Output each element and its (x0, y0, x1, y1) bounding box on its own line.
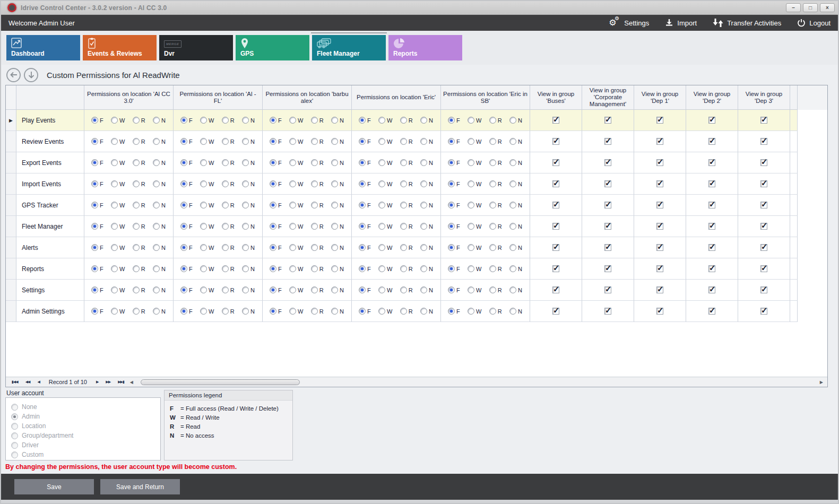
permission-radio-f[interactable]: F (448, 308, 460, 315)
permission-radio-w[interactable]: W (378, 265, 392, 272)
permission-radio-f[interactable]: F (270, 180, 282, 187)
permission-radio-n[interactable]: N (509, 138, 522, 145)
account-option-none[interactable]: None (11, 402, 160, 412)
account-option-admin[interactable]: Admin (11, 412, 160, 421)
permission-radio-w[interactable]: W (200, 138, 214, 145)
permission-radio-w[interactable]: W (378, 223, 392, 230)
back-button[interactable] (6, 68, 21, 82)
group-checkbox[interactable] (552, 180, 559, 187)
group-checkbox[interactable] (708, 308, 715, 315)
table-row[interactable]: Fleet ManagerFWRNFWRNFWRNFWRNFWRN (6, 216, 827, 237)
permission-radio-f[interactable]: F (448, 180, 460, 187)
permission-radio-w[interactable]: W (378, 159, 392, 166)
group-checkbox[interactable] (552, 244, 559, 251)
permission-radio-w[interactable]: W (468, 308, 481, 315)
permission-radio-n[interactable]: N (153, 117, 166, 124)
table-row[interactable]: SettingsFWRNFWRNFWRNFWRNFWRN (6, 280, 827, 301)
settings-button[interactable]: ⚙⚙ Settings (609, 18, 649, 28)
group-checkbox[interactable] (552, 223, 559, 230)
table-row[interactable]: Export EventsFWRNFWRNFWRNFWRNFWRN (6, 152, 827, 173)
logout-button[interactable]: Logout (797, 19, 831, 27)
permission-radio-w[interactable]: W (468, 244, 481, 251)
group-checkbox[interactable] (708, 180, 715, 187)
permission-radio-f[interactable]: F (448, 202, 460, 208)
permission-radio-r[interactable]: R (133, 244, 145, 251)
permission-radio-w[interactable]: W (289, 159, 303, 166)
group-checkbox[interactable] (552, 265, 559, 272)
permission-radio-w[interactable]: W (200, 265, 214, 272)
permission-radio-f[interactable]: F (270, 117, 282, 124)
permission-radio-n[interactable]: N (420, 159, 433, 166)
group-checkbox[interactable] (604, 202, 611, 208)
group-column-header[interactable]: View in group 'Dep 2' (686, 85, 738, 110)
permission-radio-f[interactable]: F (91, 180, 103, 187)
expand-down-button[interactable] (24, 68, 38, 82)
permission-radio-n[interactable]: N (331, 202, 344, 208)
permission-radio-f[interactable]: F (91, 308, 103, 315)
save-button[interactable]: Save (14, 479, 94, 494)
permission-radio-f[interactable]: F (180, 265, 193, 272)
table-row[interactable]: Admin SettingsFWRNFWRNFWRNFWRNFWRN (6, 301, 827, 322)
permission-radio-r[interactable]: R (400, 244, 413, 251)
group-checkbox[interactable] (656, 244, 663, 251)
permission-radio-r[interactable]: R (400, 180, 413, 187)
permission-radio-f[interactable]: F (359, 159, 371, 166)
permission-radio-w[interactable]: W (468, 159, 481, 166)
group-checkbox[interactable] (604, 138, 611, 145)
permission-radio-r[interactable]: R (222, 180, 235, 187)
permission-radio-r[interactable]: R (311, 308, 324, 315)
group-checkbox[interactable] (760, 286, 767, 293)
permission-radio-n[interactable]: N (420, 308, 433, 315)
permission-radio-n[interactable]: N (242, 159, 255, 166)
account-option-group-department[interactable]: Group/department (11, 431, 160, 440)
permission-radio-w[interactable]: W (200, 244, 214, 251)
permission-radio-w[interactable]: W (378, 244, 392, 251)
permission-radio-n[interactable]: N (153, 286, 166, 293)
permission-radio-w[interactable]: W (468, 265, 481, 272)
permission-radio-r[interactable]: R (133, 265, 145, 272)
permission-radio-r[interactable]: R (222, 138, 235, 145)
permission-radio-n[interactable]: N (331, 265, 344, 272)
permission-radio-n[interactable]: N (509, 244, 522, 251)
permission-radio-f[interactable]: F (270, 223, 282, 230)
permission-radio-w[interactable]: W (200, 180, 214, 187)
permission-radio-w[interactable]: W (289, 244, 303, 251)
group-checkbox[interactable] (708, 138, 715, 145)
permission-radio-f[interactable]: F (180, 159, 193, 166)
permission-radio-f[interactable]: F (270, 159, 282, 166)
permission-radio-w[interactable]: W (468, 180, 481, 187)
group-checkbox[interactable] (656, 159, 663, 166)
permission-radio-r[interactable]: R (222, 223, 235, 230)
permission-radio-n[interactable]: N (331, 180, 344, 187)
scroll-left-arrow[interactable]: ◀ (128, 380, 135, 385)
permission-radio-w[interactable]: W (111, 180, 125, 187)
permission-radio-n[interactable]: N (420, 286, 433, 293)
prev-record-button[interactable]: ◀ (33, 380, 43, 384)
permission-radio-n[interactable]: N (331, 286, 344, 293)
group-checkbox[interactable] (604, 180, 611, 187)
group-column-header[interactable]: View in group 'Corporate Management' (582, 85, 634, 110)
permission-radio-r[interactable]: R (400, 117, 413, 124)
location-column-header[interactable]: Permissions on location 'Eric' (352, 85, 441, 110)
group-checkbox[interactable] (656, 138, 663, 145)
last-record-button[interactable]: ▶▶▮ (114, 380, 128, 384)
permission-radio-r[interactable]: R (489, 159, 502, 166)
permission-radio-w[interactable]: W (289, 180, 303, 187)
location-column-header[interactable]: Permissions on location 'barbu alex' (263, 85, 352, 110)
permission-radio-r[interactable]: R (489, 308, 502, 315)
horizontal-scrollbar-thumb[interactable] (141, 379, 300, 385)
group-checkbox[interactable] (552, 286, 559, 293)
permission-radio-r[interactable]: R (222, 286, 235, 293)
tab-reports[interactable]: Reports (388, 35, 462, 60)
permission-radio-w[interactable]: W (289, 138, 303, 145)
permission-radio-f[interactable]: F (91, 159, 103, 166)
permission-radio-n[interactable]: N (420, 180, 433, 187)
group-checkbox[interactable] (656, 117, 663, 124)
location-column-header[interactable]: Permissions on location 'Eric in SB' (441, 85, 530, 110)
account-option-custom[interactable]: Custom (11, 450, 160, 459)
permission-radio-r[interactable]: R (311, 138, 324, 145)
permission-radio-n[interactable]: N (509, 308, 522, 315)
permission-radio-r[interactable]: R (133, 202, 145, 208)
permission-radio-n[interactable]: N (153, 308, 166, 315)
tab-gps[interactable]: GPS (236, 35, 309, 60)
